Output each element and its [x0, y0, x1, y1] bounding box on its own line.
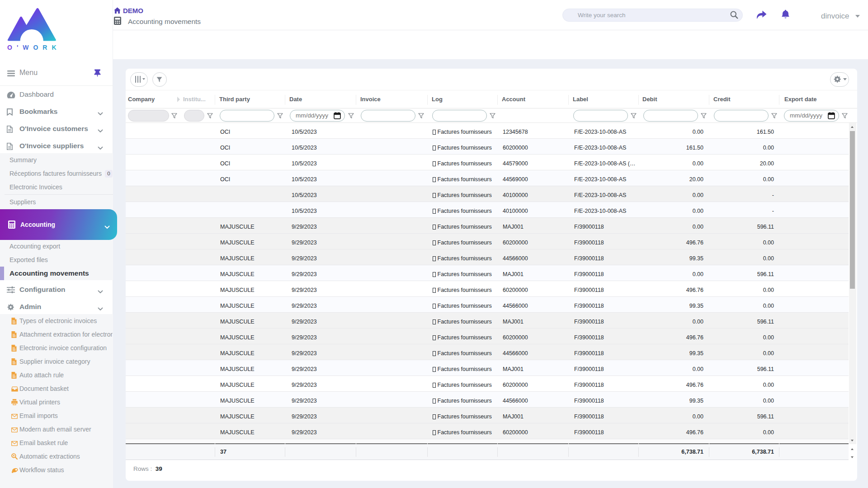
svg-text:O'WORK: O'WORK [7, 44, 57, 51]
